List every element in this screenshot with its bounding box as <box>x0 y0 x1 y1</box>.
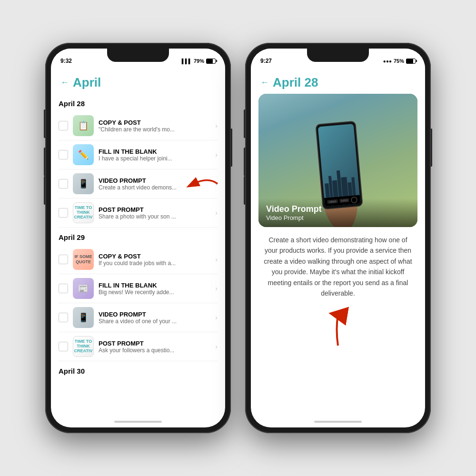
checkbox[interactable] <box>59 179 68 188</box>
right-phone: 9:27 ●●● 75% ← April 28 <box>245 43 431 433</box>
chevron-right-icon: › <box>215 209 218 217</box>
list-item[interactable]: 📰 FILL IN THE BLANK Big news! We recentl… <box>59 274 218 303</box>
item-subtitle: Create a short video demons... <box>99 184 210 191</box>
list-item[interactable]: IF SOMEQUOTE COPY & POST If you could tr… <box>59 245 218 274</box>
signal-icon: ●●● <box>383 59 392 64</box>
chevron-right-icon: › <box>215 151 218 159</box>
list-item[interactable]: 📋 COPY & POST "Children are the world's … <box>59 111 218 140</box>
item-text: VIDEO PROMPT Share a video of one of you… <box>99 311 210 325</box>
checkbox[interactable] <box>59 284 68 293</box>
hero-title: Video Prompt <box>266 204 410 214</box>
item-title: POST PROMPT <box>99 206 210 213</box>
checkbox[interactable] <box>59 121 68 130</box>
right-app-header: ← April 28 <box>251 69 425 94</box>
back-button-right[interactable]: ← <box>260 78 269 88</box>
left-list-content: April 28 📋 COPY & POST "Children are the… <box>51 94 225 418</box>
item-subtitle: Big news! We recently adde... <box>99 289 210 296</box>
thumbnail: 📋 <box>73 115 94 136</box>
signal-icon: ▌▌▌ <box>182 59 192 64</box>
item-subtitle: Share a video of one of your ... <box>99 318 210 325</box>
thumbnail: ✏️ <box>73 144 94 165</box>
thumbnail: TIME TOTHINKCREATIV <box>73 336 94 357</box>
red-arrow-up-icon <box>324 310 352 348</box>
chevron-right-icon: › <box>215 122 218 129</box>
item-subtitle: "Children are the world's mo... <box>99 126 210 133</box>
status-icons-left: ▌▌▌ 79% <box>182 58 216 64</box>
checkbox[interactable] <box>59 313 68 322</box>
home-indicator-left <box>51 418 225 427</box>
item-subtitle: If you could trade jobs with a... <box>99 260 210 267</box>
checkbox[interactable] <box>59 255 68 264</box>
time-right: 9:27 <box>260 58 272 64</box>
left-phone: 9:32 ▌▌▌ 79% ← April April 28 📋 COPY & P… <box>45 43 231 433</box>
time-left: 9:32 <box>60 58 72 64</box>
thumbnail: IF SOMEQUOTE <box>73 249 94 270</box>
item-title: POST PROMPT <box>99 340 210 347</box>
status-bar-left: 9:32 ▌▌▌ 79% <box>51 49 225 69</box>
checkbox[interactable] <box>59 150 68 159</box>
item-title: COPY & POST <box>99 119 210 126</box>
item-text: POST PROMPT Ask your followers a questio… <box>99 340 210 354</box>
battery-text: 75% <box>394 58 404 64</box>
item-text: POST PROMPT Share a photo with your son … <box>99 206 210 220</box>
list-item[interactable]: ✏️ FILL IN THE BLANK I have a special he… <box>59 140 218 169</box>
chevron-right-icon: › <box>215 256 218 263</box>
status-icons-right: ●●● 75% <box>383 58 416 64</box>
chevron-right-icon: › <box>215 285 218 292</box>
red-arrow-up-container <box>258 310 417 348</box>
chevron-right-icon: › <box>215 343 218 350</box>
item-subtitle: Ask your followers a questio... <box>99 347 210 354</box>
back-button-left[interactable]: ← <box>60 78 69 88</box>
checkbox[interactable] <box>59 342 68 351</box>
left-app-header: ← April <box>51 69 225 94</box>
item-title: FILL IN THE BLANK <box>99 282 210 289</box>
item-text: FILL IN THE BLANK I have a special helpe… <box>99 148 210 162</box>
item-subtitle: Share a photo with your son ... <box>99 213 210 220</box>
item-title: VIDEO PROMPT <box>99 177 210 184</box>
thumbnail: TIME TOTHINKCREATIV <box>73 202 94 223</box>
thumbnail: 📱 <box>73 307 94 328</box>
section-april30: April 30 <box>59 361 218 379</box>
item-text: COPY & POST "Children are the world's mo… <box>99 119 210 133</box>
thumbnail: 📱 <box>73 173 94 194</box>
thumbnail: 📰 <box>73 278 94 299</box>
battery-icon <box>206 59 216 64</box>
left-page-title: April <box>73 75 101 90</box>
item-title: COPY & POST <box>99 253 210 260</box>
video-hero-image: VIDEO FOTO Video Prompt Video Prompt <box>258 94 417 227</box>
home-indicator-right <box>251 418 425 427</box>
list-item[interactable]: 📱 VIDEO PROMPT Share a video of one of y… <box>59 303 218 332</box>
chevron-right-icon: › <box>215 180 218 188</box>
section-april28: April 28 <box>59 94 218 111</box>
item-text: COPY & POST If you could trade jobs with… <box>99 253 210 267</box>
item-text: VIDEO PROMPT Create a short video demons… <box>99 177 210 191</box>
list-item[interactable]: TIME TOTHINKCREATIV POST PROMPT Share a … <box>59 198 218 228</box>
status-bar-right: 9:27 ●●● 75% <box>251 49 425 69</box>
battery-icon <box>406 59 416 64</box>
battery-text: 79% <box>194 58 204 64</box>
item-subtitle: I have a special helper joini... <box>99 155 210 162</box>
hero-label: Video Prompt Video Prompt <box>258 198 417 227</box>
item-title: VIDEO PROMPT <box>99 311 210 318</box>
detail-content: VIDEO FOTO Video Prompt Video Prompt Cre… <box>251 94 425 418</box>
list-item-video-prompt[interactable]: 📱 VIDEO PROMPT Create a short video demo… <box>59 169 218 198</box>
hero-subtitle: Video Prompt <box>266 214 410 221</box>
checkbox[interactable] <box>59 208 68 218</box>
section-april29: April 29 <box>59 228 218 245</box>
item-text: FILL IN THE BLANK Big news! We recently … <box>99 282 210 296</box>
video-description: Create a short video demonstrating how o… <box>258 235 417 298</box>
list-item[interactable]: TIME TOTHINKCREATIV POST PROMPT Ask your… <box>59 332 218 361</box>
chevron-right-icon: › <box>215 314 218 321</box>
item-title: FILL IN THE BLANK <box>99 148 210 155</box>
right-page-title: April 28 <box>273 75 318 90</box>
